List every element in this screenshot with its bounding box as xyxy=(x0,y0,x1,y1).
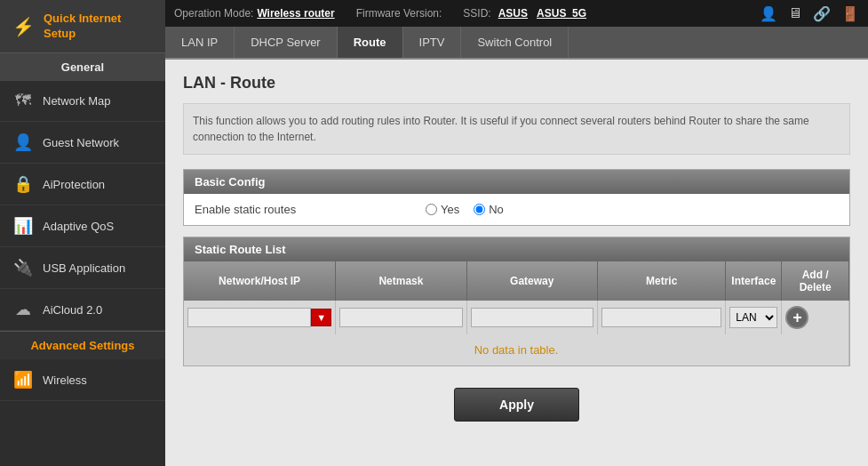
ssid-value1: ASUS xyxy=(498,7,528,20)
static-route-table-body: Network/Host IP Netmask Gateway Metric I… xyxy=(184,261,849,366)
enable-static-routes-row: Enable static routes Yes No xyxy=(184,194,849,225)
ssid-label: SSID: xyxy=(463,7,490,20)
quick-setup-icon: ⚡ xyxy=(12,16,35,37)
col-add-delete: Add / Delete xyxy=(782,261,849,301)
adaptive-qos-icon: 📊 xyxy=(12,216,34,236)
col-gateway: Gateway xyxy=(466,261,597,301)
sidebar-item-label: Wireless xyxy=(43,374,87,387)
tab-iptv[interactable]: IPTV xyxy=(403,27,462,58)
sidebar-item-adaptive-qos[interactable]: 📊 Adaptive QoS xyxy=(0,205,165,247)
sidebar-item-label: Guest Network xyxy=(43,136,119,149)
radio-yes-label: Yes xyxy=(441,203,459,216)
network-ip-dropdown-btn[interactable]: ▼ xyxy=(311,309,331,326)
general-header: General xyxy=(0,53,165,81)
radio-yes-input[interactable] xyxy=(426,204,437,215)
static-routes-radio-group: Yes No xyxy=(426,203,504,216)
ssid-value2: ASUS_5G xyxy=(537,7,586,20)
netmask-cell xyxy=(336,301,466,334)
sidebar-item-aicloud[interactable]: ☁ AiCloud 2.0 xyxy=(0,289,165,331)
op-mode-value: Wireless router xyxy=(257,7,334,20)
netmask-input[interactable] xyxy=(339,308,462,327)
fw-label: Firmware Version: xyxy=(356,7,442,20)
op-mode-label: Operation Mode: xyxy=(174,7,253,20)
sidebar-item-label: USB Application xyxy=(43,261,125,275)
usb-icon[interactable]: 🔗 xyxy=(813,5,831,22)
sidebar-item-network-map[interactable]: 🗺 Network Map xyxy=(0,81,165,122)
interface-cell: LAN WAN xyxy=(726,301,782,334)
tab-switch-control[interactable]: Switch Control xyxy=(461,27,569,58)
network-map-icon: 🗺 xyxy=(12,92,34,110)
topbar-icons: 👤 🖥 🔗 🚪 xyxy=(760,5,859,22)
metric-input[interactable] xyxy=(601,308,721,327)
sidebar-item-label: Network Map xyxy=(43,94,111,108)
operation-mode-info: Operation Mode: Wireless router Firmware… xyxy=(174,7,586,20)
sidebar-item-guest-network[interactable]: 👤 Guest Network xyxy=(0,122,165,164)
col-netmask: Netmask xyxy=(336,261,466,301)
sidebar-item-wireless[interactable]: 📶 Wireless xyxy=(0,359,165,401)
tab-lan-ip[interactable]: LAN IP xyxy=(165,27,235,58)
usb-application-icon: 🔌 xyxy=(12,258,34,277)
radio-no-option[interactable]: No xyxy=(474,203,504,216)
page-title: LAN - Route xyxy=(183,74,850,92)
col-interface: Interface xyxy=(726,261,782,301)
gateway-input[interactable] xyxy=(471,308,593,327)
sidebar-item-label: AiProtection xyxy=(43,178,105,191)
sidebar: ⚡ Quick InternetSetup General 🗺 Network … xyxy=(0,0,165,466)
no-data-text: No data in table. xyxy=(184,334,849,366)
interface-select-wrapper: LAN WAN xyxy=(729,307,777,328)
no-data-row: No data in table. xyxy=(184,334,849,366)
logout-icon[interactable]: 🚪 xyxy=(841,5,859,22)
tab-route[interactable]: Route xyxy=(338,27,403,58)
col-network-host-ip: Network/Host IP xyxy=(184,261,336,301)
tab-bar: LAN IP DHCP Server Route IPTV Switch Con… xyxy=(165,27,868,60)
enable-static-routes-label: Enable static routes xyxy=(195,203,426,216)
basic-config-title: Basic Config xyxy=(184,170,849,194)
quick-internet-setup[interactable]: ⚡ Quick InternetSetup xyxy=(0,0,165,53)
radio-yes-option[interactable]: Yes xyxy=(426,203,459,216)
aicloud-icon: ☁ xyxy=(12,300,34,319)
wireless-icon: 📶 xyxy=(12,370,34,390)
add-delete-cell: + xyxy=(782,301,849,334)
sidebar-item-usb-application[interactable]: 🔌 USB Application xyxy=(0,247,165,289)
monitor-icon[interactable]: 🖥 xyxy=(788,5,802,21)
sidebar-item-label: AiCloud 2.0 xyxy=(43,303,102,317)
page-description: This function allows you to add routing … xyxy=(183,103,850,155)
tab-dhcp-server[interactable]: DHCP Server xyxy=(235,27,338,58)
main-content: Operation Mode: Wireless router Firmware… xyxy=(165,0,868,466)
guest-network-icon: 👤 xyxy=(12,133,34,152)
table-header-row: Network/Host IP Netmask Gateway Metric I… xyxy=(184,261,849,301)
gateway-cell xyxy=(466,301,597,334)
static-route-list-section: Static Route List Network/Host IP Netmas… xyxy=(183,237,850,366)
apply-button[interactable]: Apply xyxy=(454,388,579,422)
metric-cell xyxy=(597,301,725,334)
sidebar-item-label: Adaptive QoS xyxy=(43,220,114,233)
radio-no-input[interactable] xyxy=(474,204,485,215)
route-table: Network/Host IP Netmask Gateway Metric I… xyxy=(184,261,849,366)
static-route-list-title: Static Route List xyxy=(184,237,849,261)
page-content: LAN - Route This function allows you to … xyxy=(165,60,868,466)
apply-area: Apply xyxy=(183,377,850,432)
quick-setup-label: Quick InternetSetup xyxy=(44,12,121,42)
network-host-ip-input[interactable] xyxy=(187,308,311,327)
col-metric: Metric xyxy=(597,261,725,301)
aiprotection-icon: 🔒 xyxy=(12,174,34,194)
person-icon[interactable]: 👤 xyxy=(760,5,777,22)
table-input-row: ▼ xyxy=(184,301,849,334)
add-route-button[interactable]: + xyxy=(785,306,808,329)
network-host-ip-cell: ▼ xyxy=(184,301,336,334)
radio-no-label: No xyxy=(489,203,504,216)
topbar: Operation Mode: Wireless router Firmware… xyxy=(165,0,868,27)
advanced-settings-header: Advanced Settings xyxy=(0,331,165,359)
basic-config-section: Basic Config Enable static routes Yes No xyxy=(183,169,850,226)
sidebar-item-aiprotection[interactable]: 🔒 AiProtection xyxy=(0,164,165,205)
network-ip-dd: ▼ xyxy=(187,308,331,327)
interface-select[interactable]: LAN WAN xyxy=(729,307,777,328)
